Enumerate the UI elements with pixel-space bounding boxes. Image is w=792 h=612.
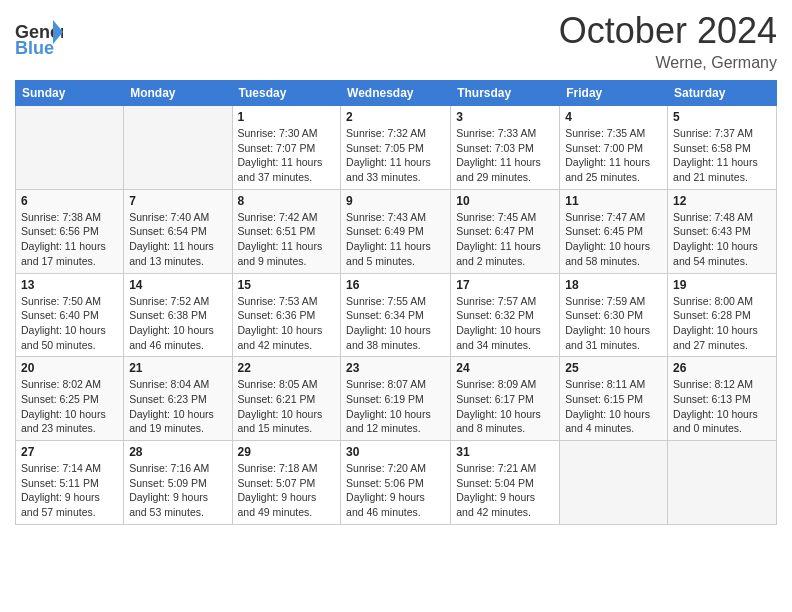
day-info: Sunrise: 7:50 AMSunset: 6:40 PMDaylight:… bbox=[21, 294, 118, 353]
day-info: Sunrise: 7:59 AMSunset: 6:30 PMDaylight:… bbox=[565, 294, 662, 353]
location-title: Werne, Germany bbox=[559, 54, 777, 72]
calendar-cell bbox=[124, 106, 232, 190]
day-info: Sunrise: 7:42 AMSunset: 6:51 PMDaylight:… bbox=[238, 210, 336, 269]
day-number: 15 bbox=[238, 278, 336, 292]
day-info: Sunrise: 8:12 AMSunset: 6:13 PMDaylight:… bbox=[673, 377, 771, 436]
day-info: Sunrise: 8:07 AMSunset: 6:19 PMDaylight:… bbox=[346, 377, 445, 436]
weekday-header-thursday: Thursday bbox=[451, 81, 560, 106]
calendar-cell: 18Sunrise: 7:59 AMSunset: 6:30 PMDayligh… bbox=[560, 273, 668, 357]
day-info: Sunrise: 7:48 AMSunset: 6:43 PMDaylight:… bbox=[673, 210, 771, 269]
calendar-cell: 15Sunrise: 7:53 AMSunset: 6:36 PMDayligh… bbox=[232, 273, 341, 357]
calendar-cell: 22Sunrise: 8:05 AMSunset: 6:21 PMDayligh… bbox=[232, 357, 341, 441]
day-info: Sunrise: 7:21 AMSunset: 5:04 PMDaylight:… bbox=[456, 461, 554, 520]
weekday-header-row: SundayMondayTuesdayWednesdayThursdayFrid… bbox=[16, 81, 777, 106]
calendar-cell: 31Sunrise: 7:21 AMSunset: 5:04 PMDayligh… bbox=[451, 441, 560, 525]
calendar-cell: 30Sunrise: 7:20 AMSunset: 5:06 PMDayligh… bbox=[341, 441, 451, 525]
calendar-cell bbox=[560, 441, 668, 525]
month-title: October 2024 bbox=[559, 10, 777, 52]
calendar-cell: 3Sunrise: 7:33 AMSunset: 7:03 PMDaylight… bbox=[451, 106, 560, 190]
day-info: Sunrise: 7:35 AMSunset: 7:00 PMDaylight:… bbox=[565, 126, 662, 185]
day-info: Sunrise: 7:47 AMSunset: 6:45 PMDaylight:… bbox=[565, 210, 662, 269]
day-info: Sunrise: 8:04 AMSunset: 6:23 PMDaylight:… bbox=[129, 377, 226, 436]
day-number: 9 bbox=[346, 194, 445, 208]
weekday-header-saturday: Saturday bbox=[668, 81, 777, 106]
title-block: October 2024 Werne, Germany bbox=[559, 10, 777, 72]
calendar-cell: 2Sunrise: 7:32 AMSunset: 7:05 PMDaylight… bbox=[341, 106, 451, 190]
day-info: Sunrise: 7:55 AMSunset: 6:34 PMDaylight:… bbox=[346, 294, 445, 353]
day-number: 12 bbox=[673, 194, 771, 208]
day-info: Sunrise: 7:53 AMSunset: 6:36 PMDaylight:… bbox=[238, 294, 336, 353]
day-info: Sunrise: 8:09 AMSunset: 6:17 PMDaylight:… bbox=[456, 377, 554, 436]
calendar-cell: 29Sunrise: 7:18 AMSunset: 5:07 PMDayligh… bbox=[232, 441, 341, 525]
day-info: Sunrise: 7:52 AMSunset: 6:38 PMDaylight:… bbox=[129, 294, 226, 353]
day-number: 26 bbox=[673, 361, 771, 375]
logo: General Blue bbox=[15, 18, 65, 60]
day-info: Sunrise: 7:37 AMSunset: 6:58 PMDaylight:… bbox=[673, 126, 771, 185]
header: General Blue October 2024 Werne, Germany bbox=[15, 10, 777, 72]
day-number: 30 bbox=[346, 445, 445, 459]
logo-icon: General Blue bbox=[15, 18, 63, 60]
calendar-cell: 12Sunrise: 7:48 AMSunset: 6:43 PMDayligh… bbox=[668, 189, 777, 273]
weekday-header-monday: Monday bbox=[124, 81, 232, 106]
day-number: 4 bbox=[565, 110, 662, 124]
calendar-cell: 24Sunrise: 8:09 AMSunset: 6:17 PMDayligh… bbox=[451, 357, 560, 441]
day-number: 14 bbox=[129, 278, 226, 292]
calendar-cell: 7Sunrise: 7:40 AMSunset: 6:54 PMDaylight… bbox=[124, 189, 232, 273]
day-info: Sunrise: 7:45 AMSunset: 6:47 PMDaylight:… bbox=[456, 210, 554, 269]
day-info: Sunrise: 7:14 AMSunset: 5:11 PMDaylight:… bbox=[21, 461, 118, 520]
day-info: Sunrise: 7:57 AMSunset: 6:32 PMDaylight:… bbox=[456, 294, 554, 353]
calendar-cell: 20Sunrise: 8:02 AMSunset: 6:25 PMDayligh… bbox=[16, 357, 124, 441]
calendar-cell: 5Sunrise: 7:37 AMSunset: 6:58 PMDaylight… bbox=[668, 106, 777, 190]
day-number: 2 bbox=[346, 110, 445, 124]
calendar-cell: 13Sunrise: 7:50 AMSunset: 6:40 PMDayligh… bbox=[16, 273, 124, 357]
day-number: 29 bbox=[238, 445, 336, 459]
calendar-cell: 23Sunrise: 8:07 AMSunset: 6:19 PMDayligh… bbox=[341, 357, 451, 441]
weekday-header-sunday: Sunday bbox=[16, 81, 124, 106]
calendar: SundayMondayTuesdayWednesdayThursdayFrid… bbox=[15, 80, 777, 525]
day-number: 21 bbox=[129, 361, 226, 375]
calendar-cell: 26Sunrise: 8:12 AMSunset: 6:13 PMDayligh… bbox=[668, 357, 777, 441]
calendar-cell: 27Sunrise: 7:14 AMSunset: 5:11 PMDayligh… bbox=[16, 441, 124, 525]
svg-text:Blue: Blue bbox=[15, 38, 54, 58]
day-number: 7 bbox=[129, 194, 226, 208]
day-number: 27 bbox=[21, 445, 118, 459]
day-info: Sunrise: 7:43 AMSunset: 6:49 PMDaylight:… bbox=[346, 210, 445, 269]
day-info: Sunrise: 7:20 AMSunset: 5:06 PMDaylight:… bbox=[346, 461, 445, 520]
calendar-week-row: 1Sunrise: 7:30 AMSunset: 7:07 PMDaylight… bbox=[16, 106, 777, 190]
calendar-cell: 19Sunrise: 8:00 AMSunset: 6:28 PMDayligh… bbox=[668, 273, 777, 357]
calendar-cell: 14Sunrise: 7:52 AMSunset: 6:38 PMDayligh… bbox=[124, 273, 232, 357]
day-info: Sunrise: 8:00 AMSunset: 6:28 PMDaylight:… bbox=[673, 294, 771, 353]
day-number: 3 bbox=[456, 110, 554, 124]
day-info: Sunrise: 7:40 AMSunset: 6:54 PMDaylight:… bbox=[129, 210, 226, 269]
day-info: Sunrise: 8:02 AMSunset: 6:25 PMDaylight:… bbox=[21, 377, 118, 436]
day-number: 13 bbox=[21, 278, 118, 292]
weekday-header-wednesday: Wednesday bbox=[341, 81, 451, 106]
day-number: 16 bbox=[346, 278, 445, 292]
day-info: Sunrise: 7:18 AMSunset: 5:07 PMDaylight:… bbox=[238, 461, 336, 520]
calendar-week-row: 27Sunrise: 7:14 AMSunset: 5:11 PMDayligh… bbox=[16, 441, 777, 525]
day-number: 22 bbox=[238, 361, 336, 375]
calendar-cell: 9Sunrise: 7:43 AMSunset: 6:49 PMDaylight… bbox=[341, 189, 451, 273]
calendar-cell: 8Sunrise: 7:42 AMSunset: 6:51 PMDaylight… bbox=[232, 189, 341, 273]
calendar-cell: 28Sunrise: 7:16 AMSunset: 5:09 PMDayligh… bbox=[124, 441, 232, 525]
weekday-header-friday: Friday bbox=[560, 81, 668, 106]
day-info: Sunrise: 7:16 AMSunset: 5:09 PMDaylight:… bbox=[129, 461, 226, 520]
calendar-cell: 21Sunrise: 8:04 AMSunset: 6:23 PMDayligh… bbox=[124, 357, 232, 441]
day-info: Sunrise: 7:30 AMSunset: 7:07 PMDaylight:… bbox=[238, 126, 336, 185]
calendar-cell: 16Sunrise: 7:55 AMSunset: 6:34 PMDayligh… bbox=[341, 273, 451, 357]
day-number: 6 bbox=[21, 194, 118, 208]
day-number: 1 bbox=[238, 110, 336, 124]
day-number: 5 bbox=[673, 110, 771, 124]
calendar-cell: 25Sunrise: 8:11 AMSunset: 6:15 PMDayligh… bbox=[560, 357, 668, 441]
day-number: 25 bbox=[565, 361, 662, 375]
calendar-cell: 6Sunrise: 7:38 AMSunset: 6:56 PMDaylight… bbox=[16, 189, 124, 273]
day-number: 10 bbox=[456, 194, 554, 208]
day-number: 19 bbox=[673, 278, 771, 292]
day-number: 11 bbox=[565, 194, 662, 208]
day-info: Sunrise: 7:33 AMSunset: 7:03 PMDaylight:… bbox=[456, 126, 554, 185]
day-number: 24 bbox=[456, 361, 554, 375]
day-number: 8 bbox=[238, 194, 336, 208]
day-info: Sunrise: 8:05 AMSunset: 6:21 PMDaylight:… bbox=[238, 377, 336, 436]
calendar-cell: 10Sunrise: 7:45 AMSunset: 6:47 PMDayligh… bbox=[451, 189, 560, 273]
weekday-header-tuesday: Tuesday bbox=[232, 81, 341, 106]
